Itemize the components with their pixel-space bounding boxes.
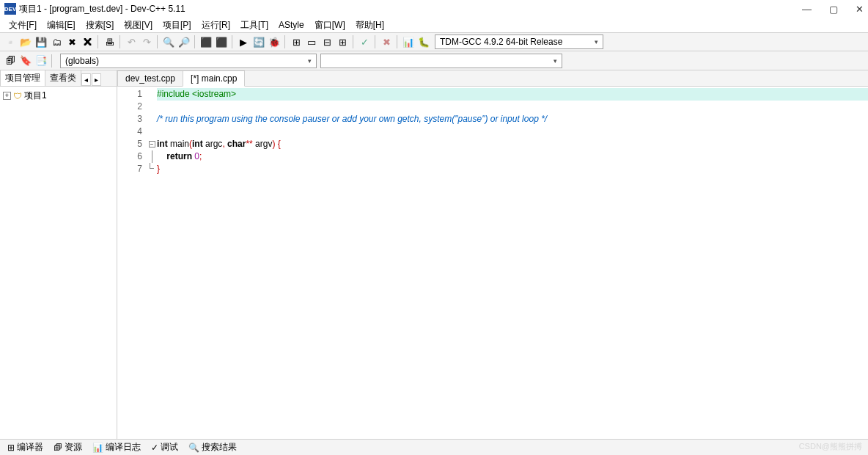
search-icon: 🔍 xyxy=(188,443,199,453)
menu-tools[interactable]: 工具[T] xyxy=(236,18,273,32)
sidebar-nav-right[interactable]: ▸ xyxy=(92,73,101,86)
compile-run-icon[interactable]: ▶ xyxy=(236,34,251,49)
bookmark-icon[interactable]: 🔖 xyxy=(18,54,33,68)
stack-icon: 🗊 xyxy=(54,443,62,453)
grid1-icon[interactable]: ⊞ xyxy=(289,34,304,49)
save-icon[interactable]: 💾 xyxy=(34,34,48,49)
editor-area: dev_test.cpp [*] main.cpp 1 2 3 4 5 6 7 … xyxy=(117,70,868,439)
undo-icon[interactable]: ↶ xyxy=(124,34,139,49)
sidebar-tab-class[interactable]: 查看类 xyxy=(45,70,81,86)
toolbar-separator xyxy=(284,35,286,48)
new-project-icon[interactable]: 🗐 xyxy=(3,54,18,68)
menu-window[interactable]: 窗口[W] xyxy=(310,18,350,32)
grid2-icon[interactable]: ⊟ xyxy=(320,34,334,49)
toolbar-separator xyxy=(194,35,196,48)
file-tabs: dev_test.cpp [*] main.cpp xyxy=(117,70,868,87)
bottom-tabs: ⊞编译器 🗊资源 📊编译日志 ✓调试 🔍搜索结果 xyxy=(0,439,868,455)
chart-icon: 📊 xyxy=(92,443,103,453)
rebuild-all-icon[interactable]: 🔄 xyxy=(251,34,266,49)
fold-line-icon xyxy=(152,150,152,163)
main-area: 项目管理 查看类 ◂ ▸ + 🛡 项目1 dev_test.cpp [*] ma… xyxy=(0,70,868,439)
project-tree: + 🛡 项目1 xyxy=(0,87,117,439)
new-file-icon[interactable]: ▫️ xyxy=(3,34,18,49)
window-icon[interactable]: ▭ xyxy=(304,34,319,49)
grid-icon: ⊞ xyxy=(7,443,15,453)
check-icon: ✓ xyxy=(151,443,158,453)
class-scope-select[interactable]: (globals) ▾ xyxy=(60,54,317,68)
find-icon[interactable]: 🔍 xyxy=(161,34,176,49)
menu-project[interactable]: 项目[P] xyxy=(158,18,196,32)
menu-astyle[interactable]: AStyle xyxy=(274,19,309,31)
bottom-tab-search[interactable]: 🔍搜索结果 xyxy=(184,440,241,455)
delete-profile-icon[interactable]: 🐛 xyxy=(416,34,431,49)
debug-icon[interactable]: 🐞 xyxy=(267,34,282,49)
file-tab-devtest[interactable]: dev_test.cpp xyxy=(117,70,183,86)
line-number: 6 xyxy=(119,150,142,163)
menu-view[interactable]: 视图[V] xyxy=(119,18,157,32)
menu-search[interactable]: 搜索[S] xyxy=(81,18,119,32)
toolbar-separator xyxy=(51,54,53,68)
profile-icon[interactable]: 📊 xyxy=(401,34,416,49)
line-gutter: 1 2 3 4 5 6 7 xyxy=(117,87,147,439)
toolbar-separator xyxy=(232,35,233,48)
sidebar-nav-left[interactable]: ◂ xyxy=(81,73,91,86)
chevron-down-icon: ▾ xyxy=(553,57,557,65)
project-sidebar: 项目管理 查看类 ◂ ▸ + 🛡 项目1 xyxy=(0,70,117,439)
redo-icon[interactable]: ↷ xyxy=(139,34,154,49)
line-number: 3 xyxy=(119,113,142,125)
code-comment: /* run this program using the console pa… xyxy=(157,114,547,124)
code-content[interactable]: #include <iostream> /* run this program … xyxy=(157,87,868,439)
fold-toggle-icon[interactable]: − xyxy=(149,141,155,148)
compiler-select-value: TDM-GCC 4.9.2 64-bit Release xyxy=(440,37,562,47)
tree-root-label: 项目1 xyxy=(24,90,47,102)
check-icon[interactable]: ✓ xyxy=(357,34,372,49)
close-file-icon[interactable]: ✖ xyxy=(65,34,79,49)
toolbar-separator xyxy=(98,35,99,48)
minimize-button[interactable]: — xyxy=(802,4,812,15)
sidebar-tab-project[interactable]: 项目管理 xyxy=(0,70,45,86)
bottom-tab-compilelog[interactable]: 📊编译日志 xyxy=(88,440,145,455)
shield-icon: 🛡 xyxy=(13,91,22,101)
compile-icon[interactable]: ⬛ xyxy=(199,34,213,49)
file-tab-main[interactable]: [*] main.cpp xyxy=(183,70,245,87)
bottom-tab-resources[interactable]: 🗊资源 xyxy=(49,440,87,455)
fold-column: − xyxy=(147,87,157,439)
run-icon[interactable]: ⬛ xyxy=(214,34,229,49)
toolbar-separator xyxy=(157,35,158,48)
save-all-icon[interactable]: 🗂 xyxy=(49,34,64,49)
line-number: 2 xyxy=(119,101,142,113)
tree-expand-icon[interactable]: + xyxy=(3,92,11,100)
fold-end-icon xyxy=(150,163,154,169)
code-editor[interactable]: 1 2 3 4 5 6 7 − #include <iostream> /* r… xyxy=(117,87,868,439)
grid3-icon[interactable]: ⊞ xyxy=(335,34,350,49)
code-include: #include <iostream> xyxy=(157,89,236,99)
menu-run[interactable]: 运行[R] xyxy=(197,18,235,32)
toolbar-separator xyxy=(375,35,376,48)
goto-bookmark-icon[interactable]: 📑 xyxy=(34,54,48,68)
tree-root-item[interactable]: + 🛡 项目1 xyxy=(3,90,114,102)
replace-icon[interactable]: 🔎 xyxy=(177,34,191,49)
bottom-tab-debug[interactable]: ✓调试 xyxy=(147,440,183,455)
stop-icon[interactable]: ✖ xyxy=(379,34,394,49)
close-all-icon[interactable]: 🗙 xyxy=(80,34,95,49)
bottom-tab-compiler[interactable]: ⊞编译器 xyxy=(3,440,48,455)
menu-file[interactable]: 文件[F] xyxy=(4,18,41,32)
print-icon[interactable]: 🖶 xyxy=(102,34,117,49)
menu-help[interactable]: 帮助[H] xyxy=(351,18,389,32)
toolbar-secondary: 🗐 🔖 📑 (globals) ▾ ▾ xyxy=(0,51,868,70)
chevron-down-icon: ▾ xyxy=(308,57,312,65)
close-button[interactable]: ✕ xyxy=(856,4,864,15)
window-title: 项目1 - [program_test.dev] - Dev-C++ 5.11 xyxy=(19,3,802,15)
menu-bar: 文件[F] 编辑[E] 搜索[S] 视图[V] 项目[P] 运行[R] 工具[T… xyxy=(0,18,868,32)
compiler-select[interactable]: TDM-GCC 4.9.2 64-bit Release ▾ xyxy=(435,34,603,49)
chevron-down-icon: ▾ xyxy=(595,38,598,46)
function-scope-select[interactable]: ▾ xyxy=(320,54,562,68)
line-number: 5 xyxy=(119,138,142,150)
line-number: 4 xyxy=(119,125,142,138)
menu-edit[interactable]: 编辑[E] xyxy=(43,18,80,32)
watermark: CSDN@熊熊拼搏 xyxy=(799,441,862,452)
maximize-button[interactable]: ▢ xyxy=(829,4,838,15)
open-file-icon[interactable]: 📂 xyxy=(18,34,33,49)
app-icon: DEV xyxy=(4,3,16,15)
toolbar-main: ▫️ 📂 💾 🗂 ✖ 🗙 🖶 ↶ ↷ 🔍 🔎 ⬛ ⬛ ▶ 🔄 🐞 ⊞ ▭ ⊟ ⊞… xyxy=(0,32,868,51)
